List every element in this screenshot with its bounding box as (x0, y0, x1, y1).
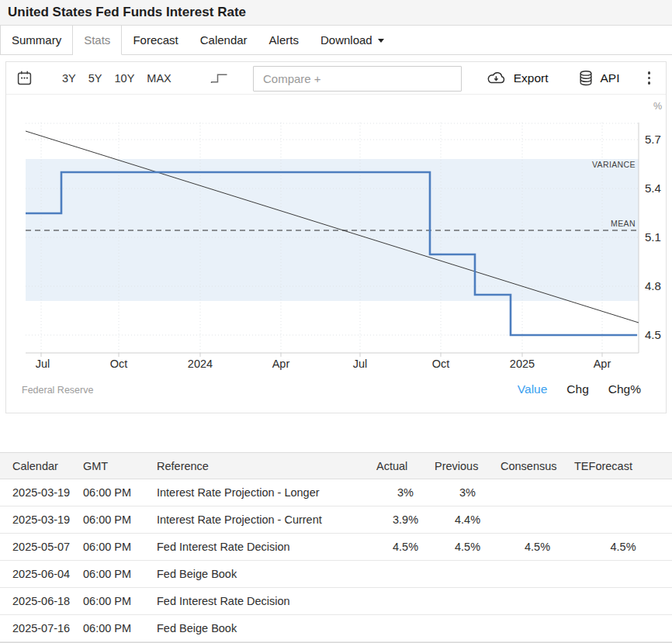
kebab-dot (648, 77, 651, 80)
cell-previous (435, 588, 501, 615)
tab-summary[interactable]: Summary (0, 26, 73, 55)
tab-calendar[interactable]: Calendar (189, 26, 258, 55)
cell-gmt: 06:00 PM (83, 561, 157, 588)
cell-reference: Fed Interest Rate Decision (157, 534, 376, 561)
tab-download-label: Download (320, 33, 372, 47)
step-line-style-button[interactable] (210, 73, 228, 84)
cell-date: 2025-03-19 (0, 479, 83, 506)
cell-actual (376, 615, 435, 642)
cell-previous (435, 615, 501, 642)
cell-gmt: 06:00 PM (83, 534, 157, 561)
tab-bar-filler (395, 26, 672, 55)
chart-toolbar: 3Y 5Y 10Y MAX Export (6, 62, 666, 95)
cell-actual (376, 588, 435, 615)
x-tick: Oct (110, 358, 128, 370)
table-row: 2025-06-04 06:00 PM Fed Beige Book (0, 561, 672, 588)
tab-alerts[interactable]: Alerts (258, 26, 310, 55)
range-5y-button[interactable]: 5Y (82, 69, 109, 88)
calendar-events-table: Calendar GMT Reference Actual Previous C… (0, 452, 672, 642)
variance-band (26, 159, 639, 301)
x-tick: Jul (36, 358, 50, 370)
api-label: API (601, 71, 620, 85)
date-range-calendar-button[interactable] (17, 71, 32, 85)
chart-plot-area: % (6, 95, 666, 413)
y-axis-tick-labels: 5.7 5.4 5.1 4.8 4.5 (645, 133, 661, 341)
x-tick: Apr (272, 358, 290, 370)
tab-stats-label: Stats (84, 33, 110, 47)
cell-gmt: 06:00 PM (83, 479, 157, 506)
cell-reference: Interest Rate Projection - Longer (157, 479, 376, 506)
x-tick: Oct (432, 358, 450, 370)
cell-consensus (501, 615, 574, 642)
cell-previous: 3% (435, 479, 501, 506)
table-header-row: Calendar GMT Reference Actual Previous C… (0, 453, 672, 479)
cell-date: 2025-05-07 (0, 534, 83, 561)
export-label: Export (514, 71, 549, 85)
range-10y-button[interactable]: 10Y (109, 69, 141, 88)
y-tick: 5.4 (645, 181, 661, 195)
tab-bar: Summary Stats Forecast Calendar Alerts D… (0, 26, 672, 55)
cell-consensus (501, 588, 574, 615)
table-row: 2025-03-19 06:00 PM Interest Rate Projec… (0, 506, 672, 534)
cloud-download-icon (486, 71, 507, 85)
cell-teforecast (574, 479, 672, 506)
cell-date: 2025-07-16 (0, 615, 83, 642)
x-tick: Apr (594, 358, 611, 370)
range-3y-button[interactable]: 3Y (56, 69, 82, 88)
variance-label: VARIANCE (592, 160, 636, 169)
fed-funds-chart: % (6, 95, 666, 413)
y-tick: 4.5 (645, 328, 661, 341)
kebab-dot (648, 71, 651, 74)
cell-teforecast (574, 506, 672, 534)
range-max-button[interactable]: MAX (140, 69, 177, 88)
col-header-previous: Previous (435, 453, 501, 479)
value-link[interactable]: Value (518, 382, 548, 396)
x-tick: 2025 (510, 358, 535, 370)
x-axis-tick-labels: Jul Oct 2024 Apr Jul Oct 2025 Apr (36, 358, 611, 370)
tab-forecast[interactable]: Forecast (122, 26, 189, 55)
cell-actual: 3.9% (376, 506, 435, 534)
cell-actual (376, 561, 435, 588)
cell-date: 2025-03-19 (0, 506, 83, 534)
cell-teforecast (574, 588, 672, 615)
tab-download[interactable]: Download (310, 26, 395, 55)
cell-actual: 3% (376, 479, 435, 506)
tab-calendar-label: Calendar (200, 33, 248, 47)
cell-consensus: 4.5% (501, 534, 574, 561)
cell-previous (435, 561, 501, 588)
cell-reference: Interest Rate Projection - Current (157, 506, 376, 534)
table-row: 2025-07-16 06:00 PM Fed Beige Book (0, 615, 672, 642)
api-button[interactable]: API (578, 70, 620, 87)
tab-stats[interactable]: Stats (73, 26, 122, 55)
step-line-icon (210, 73, 228, 84)
table-row: 2025-03-19 06:00 PM Interest Rate Projec… (0, 479, 672, 506)
table-row: 2025-05-07 06:00 PM Fed Interest Rate De… (0, 534, 672, 561)
col-header-gmt: GMT (83, 453, 157, 479)
chevron-down-icon (378, 39, 384, 43)
tab-forecast-label: Forecast (133, 33, 178, 47)
export-button[interactable]: Export (486, 71, 549, 85)
compare-input[interactable] (253, 66, 462, 92)
cell-consensus (501, 506, 574, 534)
cell-teforecast (574, 561, 672, 588)
range-buttons: 3Y 5Y 10Y MAX (56, 69, 178, 88)
page-header: United States Fed Funds Interest Rate (0, 0, 672, 26)
chgpct-link[interactable]: Chg% (608, 382, 641, 396)
cell-previous: 4.5% (435, 534, 501, 561)
chg-link[interactable]: Chg (566, 382, 588, 396)
cell-gmt: 06:00 PM (83, 615, 157, 642)
table-row: 2025-06-18 06:00 PM Fed Interest Rate De… (0, 588, 672, 615)
cell-reference: Fed Beige Book (157, 615, 376, 642)
mean-label: MEAN (611, 219, 636, 228)
cell-reference: Fed Beige Book (157, 561, 376, 588)
col-header-calendar: Calendar (0, 453, 83, 479)
database-icon (578, 70, 594, 87)
more-options-button[interactable] (643, 68, 656, 88)
cell-reference: Fed Interest Rate Decision (157, 588, 376, 615)
x-tick: Jul (353, 358, 368, 370)
cell-gmt: 06:00 PM (83, 506, 157, 534)
cell-teforecast: 4.5% (574, 534, 672, 561)
y-tick: 4.8 (645, 279, 661, 292)
calendar-icon (17, 71, 32, 85)
col-header-teforecast: TEForecast (574, 453, 672, 479)
